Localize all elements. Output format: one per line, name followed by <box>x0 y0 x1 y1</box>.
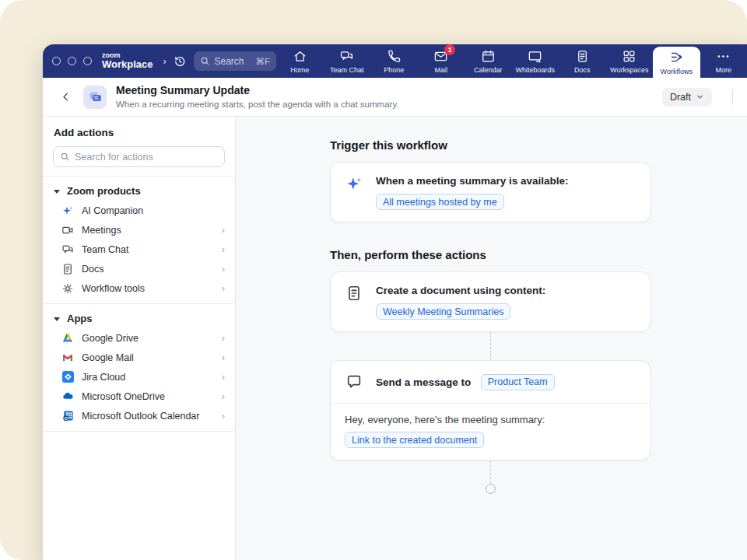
global-search[interactable]: ⌘F <box>194 51 276 71</box>
sidebar-item-microsoft-outlook-calendar[interactable]: O Microsoft Outlook Calendar › <box>43 406 235 425</box>
chevron-right-icon: › <box>222 391 225 401</box>
window-control-minimize[interactable] <box>68 57 76 65</box>
actions-search-input[interactable] <box>75 152 218 163</box>
trigger-card[interactable]: When a meeting summary is available: All… <box>330 162 651 222</box>
flow-connector <box>490 332 491 360</box>
section-label: Apps <box>67 313 93 324</box>
history-icon <box>173 54 187 68</box>
docs-icon <box>575 49 590 64</box>
workflow-title: Meeting Summary Update <box>116 84 399 98</box>
onedrive-icon <box>61 390 74 403</box>
action-card-send-message[interactable]: Send a message to Product Team Hey, ever… <box>330 360 651 460</box>
history-button[interactable] <box>172 52 188 71</box>
nav-label: Phone <box>384 66 404 74</box>
back-chevron-icon <box>60 91 72 103</box>
sidebar-item-google-mail[interactable]: Google Mail › <box>43 348 235 367</box>
google-mail-icon <box>61 352 74 364</box>
sidebar-item-google-drive[interactable]: Google Drive › <box>43 328 235 348</box>
search-icon <box>60 152 70 162</box>
trigger-title: When a meeting summary is available: <box>376 174 569 188</box>
zoom-workplace-logo: zoom Workplace <box>102 52 153 70</box>
action-title: Send a message to <box>376 376 471 387</box>
nav-item-team-chat[interactable]: Team Chat <box>324 44 371 78</box>
nav-item-home[interactable]: Home <box>276 44 324 78</box>
sidebar-divider <box>43 431 235 432</box>
document-content-pill[interactable]: Weekly Meeting Summaries <box>376 303 510 320</box>
nav-item-calendar[interactable]: Calendar <box>465 44 512 78</box>
sidebar-item-label: AI Companion <box>82 205 143 216</box>
nav-item-mail[interactable]: 1 Mail <box>418 44 465 78</box>
nav-label: Calendar <box>474 66 503 74</box>
sidebar-item-jira-cloud[interactable]: Jira Cloud › <box>43 367 235 387</box>
sidebar-item-ai-companion[interactable]: AI Companion <box>43 201 235 220</box>
window-controls <box>52 57 92 65</box>
nav-item-workspaces[interactable]: Workspaces <box>606 44 654 78</box>
actions-sidebar: Add actions Zoom products AI Companion M… <box>43 117 236 560</box>
chevron-right-icon: › <box>222 352 225 362</box>
section-zoom-products[interactable]: Zoom products <box>43 177 235 201</box>
status-badge: Draft <box>670 92 691 103</box>
status-dropdown[interactable]: Draft <box>662 88 712 107</box>
brand-chevron-icon[interactable]: › <box>158 55 172 67</box>
chevron-right-icon: › <box>222 225 225 235</box>
nav-item-phone[interactable]: Phone <box>370 44 418 78</box>
ai-sparkle-icon <box>345 174 363 193</box>
home-icon <box>293 49 307 64</box>
trigger-heading: Trigger this workflow <box>330 138 651 152</box>
sidebar-item-workflow-tools[interactable]: Workflow tools › <box>43 278 235 298</box>
nav-item-more[interactable]: More <box>700 44 747 78</box>
nav-label: More <box>715 66 731 74</box>
caret-down-icon <box>54 190 60 194</box>
sidebar-item-team-chat[interactable]: Team Chat › <box>43 240 235 259</box>
app-window: zoom Workplace › ⌘F Home <box>43 44 747 560</box>
actions-search[interactable] <box>53 146 225 167</box>
window-control-zoom[interactable] <box>83 57 92 65</box>
chevron-right-icon: › <box>222 283 225 293</box>
section-label: Zoom products <box>67 185 141 197</box>
chevron-right-icon: › <box>222 411 225 421</box>
message-bubble-icon <box>345 373 363 390</box>
action-card-create-document[interactable]: Create a document using content: Weekly … <box>330 271 651 332</box>
nav-item-docs[interactable]: Docs <box>559 44 606 78</box>
sidebar-item-meetings[interactable]: Meetings › <box>43 220 235 240</box>
calendar-icon <box>481 49 496 64</box>
nav-label: Home <box>290 66 309 74</box>
google-drive-icon <box>61 332 74 345</box>
top-navbar: zoom Workplace › ⌘F Home <box>43 44 747 78</box>
message-body-text: Hey, everyone, here's the meeting summar… <box>345 414 636 425</box>
whiteboards-icon <box>528 49 542 64</box>
sidebar-item-docs[interactable]: Docs › <box>43 259 235 278</box>
chevron-down-icon <box>696 93 704 101</box>
workflow-header: Meeting Summary Update When a recurring … <box>43 78 747 117</box>
chevron-right-icon: › <box>222 372 225 382</box>
primary-nav: Home Team Chat Phone 1 Mail Calendar <box>276 44 747 78</box>
nav-label: Docs <box>574 66 591 74</box>
sidebar-item-label: Google Drive <box>82 333 139 344</box>
ai-companion-icon <box>61 205 74 217</box>
outlook-calendar-icon: O <box>62 410 74 422</box>
nav-item-whiteboards[interactable]: Whiteboards <box>512 44 559 78</box>
trigger-scope-pill[interactable]: All meetings hosted by me <box>376 194 504 210</box>
search-shortcut-label: ⌘F <box>255 56 270 67</box>
actions-heading: Then, perform these actions <box>330 248 651 261</box>
sidebar-item-label: Microsoft OneDrive <box>82 391 165 402</box>
svg-text:O: O <box>64 416 67 421</box>
workflow-subtitle: When a recurring meeting starts, post th… <box>116 99 399 110</box>
add-step-node[interactable] <box>486 484 496 494</box>
sidebar-item-label: Meetings <box>82 225 121 236</box>
back-button[interactable] <box>57 89 74 106</box>
nav-item-workflows[interactable]: Workflows <box>653 47 700 78</box>
window-control-close[interactable] <box>52 57 61 65</box>
nav-label: Mail <box>434 66 447 74</box>
gear-icon <box>61 282 74 295</box>
nav-label: Whiteboards <box>515 66 555 74</box>
sidebar-item-microsoft-onedrive[interactable]: Microsoft OneDrive › <box>43 387 235 406</box>
message-link-pill[interactable]: Link to the created document <box>345 432 484 448</box>
global-search-input[interactable] <box>214 56 251 67</box>
sidebar-item-label: Microsoft Outlook Calendar <box>82 411 199 422</box>
message-recipient-pill[interactable]: Product Team <box>481 374 555 390</box>
workflows-icon <box>669 50 684 65</box>
section-apps[interactable]: Apps <box>43 304 235 328</box>
sidebar-item-label: Google Mail <box>82 352 134 363</box>
brand-bottom-label: Workplace <box>102 59 153 70</box>
